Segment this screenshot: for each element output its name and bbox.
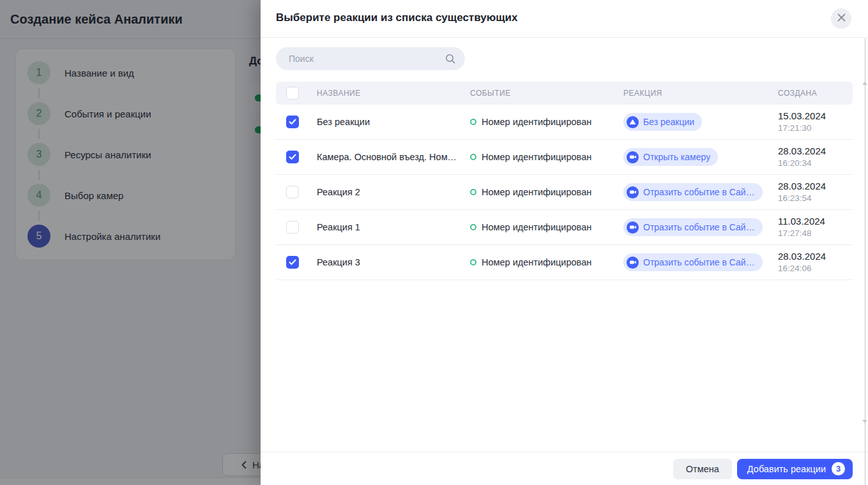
column-header-event: СОБЫТИЕ: [460, 89, 613, 98]
reaction-badge: Отразить событие в Сай…: [623, 253, 763, 271]
close-button[interactable]: [831, 8, 851, 29]
selected-count-badge: 3: [832, 462, 845, 475]
table-row[interactable]: Реакция 1 Номер идентифицирован Отразить…: [276, 210, 853, 245]
camera-icon: [627, 221, 639, 234]
table-row[interactable]: Реакция 3 Номер идентифицирован Отразить…: [276, 245, 853, 280]
row-checkbox[interactable]: [286, 256, 299, 269]
camera-icon: [627, 151, 639, 163]
created-cell: 28.03.2024 16:20:34: [768, 145, 853, 169]
event-cell: Номер идентифицирован: [460, 117, 613, 127]
reaction-badge-label: Отразить событие в Сай…: [643, 257, 755, 267]
event-status-icon: [470, 154, 476, 160]
created-time: 16:23:54: [778, 192, 853, 204]
reaction-name: Без реакции: [307, 117, 460, 127]
screen: Создание кейса Аналитики 1 Название и ви…: [0, 0, 868, 485]
event-label: Номер идентифицирован: [482, 152, 591, 162]
reaction-name: Реакция 2: [307, 187, 460, 197]
event-cell: Номер идентифицирован: [460, 257, 613, 267]
event-status-icon: [470, 119, 476, 125]
created-cell: 28.03.2024 16:23:54: [768, 180, 853, 204]
row-checkbox[interactable]: [286, 186, 299, 198]
reaction-badge-label: Без реакции: [643, 117, 694, 127]
created-date: 15.03.2024: [778, 110, 853, 122]
reaction-badge-label: Отразить событие в Сай…: [643, 187, 755, 197]
reactions-table: НАЗВАНИЕ СОБЫТИЕ РЕАКЦИЯ СОЗДАНА Без реа…: [276, 82, 853, 280]
reaction-name: Реакция 3: [307, 257, 460, 267]
search-icon: [445, 53, 456, 64]
created-cell: 28.03.2024 16:24:06: [768, 250, 853, 274]
scroll-up-icon[interactable]: [862, 82, 867, 85]
column-header-created: СОЗДАНА: [768, 89, 853, 98]
column-header-name: НАЗВАНИЕ: [307, 89, 460, 98]
modal-footer: Отмена Добавить реакции 3: [261, 452, 868, 485]
row-checkbox[interactable]: [286, 151, 299, 163]
modal-header: Выберите реакции из списка существующих: [261, 0, 868, 38]
created-time: 16:24:06: [778, 262, 853, 274]
reaction-badge: Отразить событие в Сай…: [623, 183, 763, 201]
event-cell: Номер идентифицирован: [460, 222, 613, 232]
add-reactions-label: Добавить реакции: [747, 464, 826, 474]
reaction-badge-label: Открыть камеру: [643, 152, 710, 162]
reaction-badge: Открыть камеру: [623, 148, 718, 166]
search-field: [276, 47, 465, 70]
event-label: Номер идентифицирован: [482, 117, 591, 127]
table-body: Без реакции Номер идентифицирован Без ре…: [276, 105, 853, 280]
event-label: Номер идентифицирован: [482, 222, 591, 232]
reaction-name: Камера. Основной въезд. Ном…: [307, 152, 460, 162]
column-header-reaction: РЕАКЦИЯ: [613, 89, 768, 98]
no-reaction-icon: [627, 116, 639, 128]
event-label: Номер идентифицирован: [482, 257, 591, 267]
scroll-down-icon[interactable]: [862, 420, 867, 423]
reaction-badge: Без реакции: [623, 113, 702, 131]
table-row[interactable]: Камера. Основной въезд. Ном… Номер идент…: [276, 140, 853, 175]
created-date: 28.03.2024: [778, 145, 853, 157]
search-input[interactable]: [287, 53, 445, 64]
reaction-badge-label: Отразить событие в Сай…: [643, 222, 755, 232]
select-all-checkbox[interactable]: [286, 87, 299, 100]
row-checkbox[interactable]: [286, 221, 299, 234]
created-date: 28.03.2024: [778, 250, 853, 262]
table-row[interactable]: Реакция 2 Номер идентифицирован Отразить…: [276, 175, 853, 210]
row-checkbox[interactable]: [286, 116, 299, 128]
event-label: Номер идентифицирован: [482, 187, 591, 197]
camera-icon: [627, 257, 639, 269]
created-cell: 15.03.2024 17:21:30: [768, 110, 853, 134]
created-date: 28.03.2024: [778, 180, 853, 192]
select-reactions-modal: Выберите реакции из списка существующих …: [261, 0, 868, 485]
event-cell: Номер идентифицирован: [460, 152, 613, 162]
table-header-row: НАЗВАНИЕ СОБЫТИЕ РЕАКЦИЯ СОЗДАНА: [276, 82, 853, 105]
cancel-button[interactable]: Отмена: [673, 459, 732, 479]
created-time: 17:21:30: [778, 122, 853, 134]
add-reactions-button[interactable]: Добавить реакции 3: [737, 459, 853, 479]
created-time: 16:20:34: [778, 157, 853, 169]
reaction-name: Реакция 1: [307, 222, 460, 232]
event-status-icon: [470, 224, 476, 230]
scrollbar-track[interactable]: [865, 38, 865, 485]
created-time: 17:27:48: [778, 227, 853, 239]
event-status-icon: [470, 259, 476, 265]
reaction-badge: Отразить событие в Сай…: [623, 218, 763, 236]
created-date: 11.03.2024: [778, 215, 853, 227]
camera-icon: [627, 186, 639, 198]
created-cell: 11.03.2024 17:27:48: [768, 215, 853, 239]
modal-title: Выберите реакции из списка существующих: [276, 11, 517, 24]
close-icon: [837, 13, 846, 24]
table-row[interactable]: Без реакции Номер идентифицирован Без ре…: [276, 105, 853, 140]
event-status-icon: [470, 189, 476, 195]
event-cell: Номер идентифицирован: [460, 187, 613, 197]
